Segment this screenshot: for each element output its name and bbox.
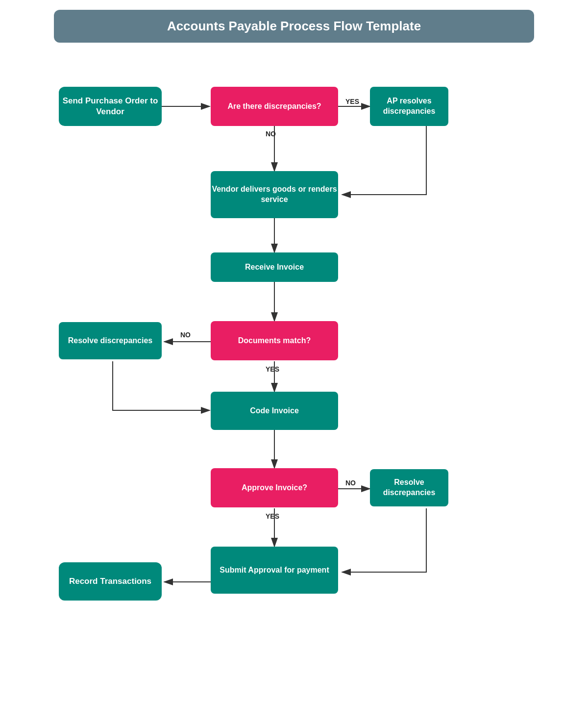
approve-invoice-node: Approve Invoice?	[211, 468, 338, 507]
yes-label-2: YES	[266, 365, 279, 373]
record-transactions-node: Record Transactions	[59, 562, 162, 601]
flow-diagram: YES NO NO YES NO YES Send Purchase Order…	[54, 62, 534, 700]
resolve-discrepancies-2-node: Resolve discrepancies	[370, 469, 448, 506]
send-purchase-order-node: Send Purchase Order to Vendor	[59, 87, 162, 126]
ap-resolves-node: AP resolves discrepancies	[370, 87, 448, 126]
code-invoice-node: Code Invoice	[211, 392, 338, 430]
no-label-2: NO	[180, 331, 191, 339]
no-label-1: NO	[266, 130, 276, 138]
documents-match-node: Documents match?	[211, 321, 338, 360]
no-label-3: NO	[345, 479, 356, 487]
header-box: Accounts Payable Process Flow Template	[54, 10, 534, 43]
page-container: Accounts Payable Process Flow Template	[54, 10, 534, 700]
are-discrepancies-node: Are there discrepancies?	[211, 87, 338, 126]
resolve-discrepancies-1-node: Resolve discrepancies	[59, 322, 162, 359]
yes-label-3: YES	[266, 512, 279, 520]
vendor-delivers-node: Vendor delivers goods or renders service	[211, 171, 338, 218]
submit-approval-node: Submit Approval for payment	[211, 547, 338, 594]
receive-invoice-node: Receive Invoice	[211, 252, 338, 282]
page-title: Accounts Payable Process Flow Template	[69, 19, 519, 34]
yes-label-1: YES	[345, 98, 359, 105]
arrows-svg	[54, 62, 534, 700]
